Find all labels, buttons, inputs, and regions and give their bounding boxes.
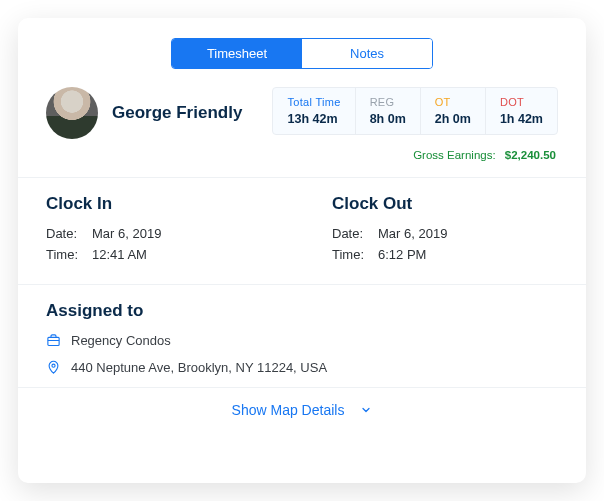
- divider: [18, 284, 586, 285]
- stat-reg-value: 8h 0m: [370, 112, 406, 126]
- stat-total-label: Total Time: [287, 96, 340, 108]
- clock-out-time-value: 6:12 PM: [378, 247, 426, 262]
- tabs: Timesheet Notes: [46, 38, 558, 69]
- assigned-address-text: 440 Neptune Ave, Brooklyn, NY 11224, USA: [71, 360, 327, 375]
- clock-in-time-value: 12:41 AM: [92, 247, 147, 262]
- divider: [18, 177, 586, 178]
- profile-row: George Friendly Total Time 13h 42m REG 8…: [46, 87, 558, 139]
- stat-dot-label: DOT: [500, 96, 543, 108]
- svg-rect-0: [48, 337, 59, 345]
- tab-group: Timesheet Notes: [171, 38, 433, 69]
- clock-out-date-value: Mar 6, 2019: [378, 226, 447, 241]
- stat-reg-label: REG: [370, 96, 406, 108]
- clock-in-time: Time: 12:41 AM: [46, 247, 272, 262]
- earnings-value: $2,240.50: [505, 149, 556, 161]
- chevron-down-icon: [360, 404, 372, 416]
- stat-ot-label: OT: [435, 96, 471, 108]
- assigned-title: Assigned to: [46, 301, 558, 321]
- svg-point-2: [52, 364, 55, 367]
- assigned-address: 440 Neptune Ave, Brooklyn, NY 11224, USA: [46, 360, 558, 375]
- timesheet-card: Timesheet Notes George Friendly Total Ti…: [18, 18, 586, 483]
- tab-timesheet[interactable]: Timesheet: [172, 39, 302, 68]
- clock-out-date-label: Date:: [332, 226, 378, 241]
- stat-dot-value: 1h 42m: [500, 112, 543, 126]
- assigned-project: Regency Condos: [46, 333, 558, 348]
- clock-in-date-value: Mar 6, 2019: [92, 226, 161, 241]
- stat-ot-value: 2h 0m: [435, 112, 471, 126]
- briefcase-icon: [46, 333, 61, 348]
- clock-in: Clock In Date: Mar 6, 2019 Time: 12:41 A…: [46, 194, 272, 268]
- clock-out-date: Date: Mar 6, 2019: [332, 226, 558, 241]
- gross-earnings: Gross Earnings: $2,240.50: [46, 149, 556, 161]
- clock-out-title: Clock Out: [332, 194, 558, 214]
- stat-reg: REG 8h 0m: [356, 88, 421, 134]
- show-map-details-button[interactable]: Show Map Details: [18, 387, 586, 432]
- location-pin-icon: [46, 360, 61, 375]
- assigned-to: Assigned to Regency Condos 440 Neptune A…: [46, 301, 558, 375]
- clock-in-time-label: Time:: [46, 247, 92, 262]
- clock-out: Clock Out Date: Mar 6, 2019 Time: 6:12 P…: [332, 194, 558, 268]
- clock-row: Clock In Date: Mar 6, 2019 Time: 12:41 A…: [46, 194, 558, 268]
- stat-dot: DOT 1h 42m: [486, 88, 557, 134]
- clock-out-time: Time: 6:12 PM: [332, 247, 558, 262]
- clock-out-time-label: Time:: [332, 247, 378, 262]
- stat-total-value: 13h 42m: [287, 112, 340, 126]
- stat-ot: OT 2h 0m: [421, 88, 486, 134]
- time-stats: Total Time 13h 42m REG 8h 0m OT 2h 0m DO…: [272, 87, 558, 135]
- tab-notes[interactable]: Notes: [302, 39, 432, 68]
- earnings-label: Gross Earnings:: [413, 149, 495, 161]
- show-map-label: Show Map Details: [232, 402, 345, 418]
- assigned-project-name: Regency Condos: [71, 333, 171, 348]
- avatar: [46, 87, 98, 139]
- clock-in-title: Clock In: [46, 194, 272, 214]
- employee-name: George Friendly: [112, 103, 258, 123]
- clock-in-date-label: Date:: [46, 226, 92, 241]
- clock-in-date: Date: Mar 6, 2019: [46, 226, 272, 241]
- stat-total: Total Time 13h 42m: [273, 88, 355, 134]
